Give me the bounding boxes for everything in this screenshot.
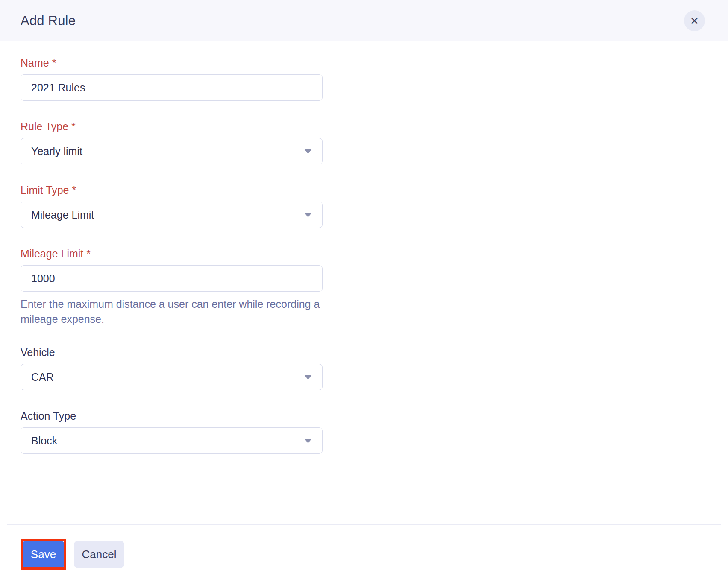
mileage-limit-field-group: Mileage Limit * Enter the maximum distan… — [21, 247, 707, 327]
save-button-highlight: Save — [21, 539, 66, 570]
name-input[interactable] — [21, 74, 323, 101]
action-type-select[interactable]: Block — [21, 427, 323, 454]
add-rule-modal: Add Rule ✕ Name * Rule Type * Yearly lim… — [0, 0, 728, 579]
limit-type-label: Limit Type * — [21, 184, 707, 196]
required-asterisk: * — [69, 184, 76, 196]
required-asterisk: * — [83, 248, 91, 260]
rule-type-selected-value: Yearly limit — [31, 145, 82, 158]
required-asterisk: * — [49, 57, 56, 69]
cancel-button[interactable]: Cancel — [74, 541, 124, 568]
modal-footer: Save Cancel — [0, 525, 728, 570]
vehicle-selected-value: CAR — [31, 371, 54, 383]
chevron-down-icon — [304, 375, 312, 380]
action-type-field-group: Action Type Block — [21, 409, 707, 454]
chevron-down-icon — [304, 149, 312, 154]
rule-type-label: Rule Type * — [21, 120, 707, 133]
rule-type-label-text: Rule Type — [21, 120, 68, 132]
rule-type-field-group: Rule Type * Yearly limit — [21, 120, 707, 164]
chevron-down-icon — [304, 439, 312, 443]
save-button[interactable]: Save — [23, 541, 64, 567]
add-rule-form: Name * Rule Type * Yearly limit Limit Ty… — [0, 41, 728, 473]
name-label: Name * — [21, 56, 707, 69]
rule-type-select[interactable]: Yearly limit — [21, 138, 323, 164]
chevron-down-icon — [304, 213, 312, 217]
mileage-limit-label: Mileage Limit * — [21, 247, 707, 260]
limit-type-selected-value: Mileage Limit — [31, 209, 94, 221]
mileage-limit-helper-text: Enter the maximum distance a user can en… — [21, 297, 323, 327]
vehicle-label: Vehicle — [21, 346, 707, 359]
vehicle-field-group: Vehicle CAR — [21, 346, 707, 390]
name-label-text: Name — [21, 57, 49, 69]
close-icon: ✕ — [690, 15, 699, 26]
close-button[interactable]: ✕ — [684, 10, 705, 31]
limit-type-select[interactable]: Mileage Limit — [21, 202, 323, 228]
mileage-limit-input[interactable] — [21, 265, 323, 292]
action-type-label: Action Type — [21, 409, 707, 422]
modal-header: Add Rule ✕ — [0, 0, 728, 41]
limit-type-label-text: Limit Type — [21, 184, 69, 196]
vehicle-select[interactable]: CAR — [21, 364, 323, 390]
mileage-limit-label-text: Mileage Limit — [21, 248, 83, 260]
action-type-selected-value: Block — [31, 435, 57, 447]
page-title: Add Rule — [21, 13, 76, 29]
name-field-group: Name * — [21, 56, 707, 101]
required-asterisk: * — [68, 120, 76, 132]
limit-type-field-group: Limit Type * Mileage Limit — [21, 184, 707, 228]
